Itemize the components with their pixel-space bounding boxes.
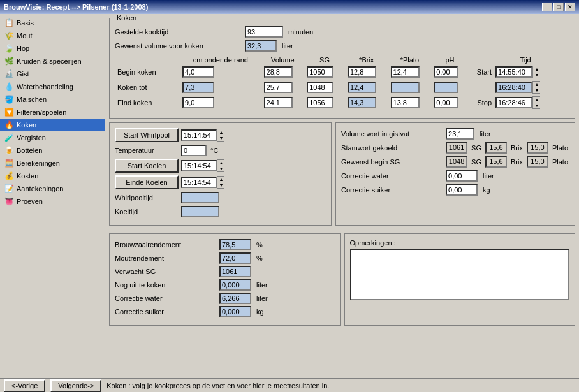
einde-time-spinner[interactable]: ▲ ▼ (217, 176, 224, 189)
mout-input[interactable] (219, 252, 251, 264)
sidebar-label-water: Waterbehandeling (17, 83, 73, 91)
minimize-button[interactable]: _ (542, 3, 552, 11)
whirlpooltijd-input[interactable] (181, 192, 219, 203)
plato-input-2[interactable] (391, 97, 420, 108)
ph-input-2[interactable] (434, 97, 458, 108)
opmerkingen-label: Opmerkingen : (350, 239, 396, 247)
spin-down-icon3: ▼ (217, 182, 225, 188)
correctie-water-g-input[interactable] (446, 170, 478, 182)
opmerkingen-textarea[interactable] (350, 249, 570, 300)
sidebar-item-kosten[interactable]: 💰 Kosten (0, 170, 105, 182)
stamwort-sg-label: SG (471, 144, 481, 152)
plato-input-0[interactable] (391, 66, 420, 78)
spin-up-time-1-icon[interactable]: ▲ (533, 82, 541, 87)
table-row: Eind koken Stop ▲ ▼ (115, 95, 569, 110)
sidebar-item-proeven[interactable]: 👅 Proeven (0, 195, 105, 208)
cm-input-2[interactable] (182, 97, 214, 108)
temp-input[interactable] (181, 145, 207, 156)
title-bar-text: BrouwVisie: Recept --> Pilsener (13-1-20… (4, 3, 148, 11)
gewenst-sg-label: Gewenst begin SG (341, 158, 443, 166)
einde-koelen-button[interactable]: Einde Koelen (115, 175, 179, 189)
sidebar-item-hop[interactable]: 🍃 Hop (0, 42, 105, 55)
sidebar-icon-hop: 🍃 (4, 43, 14, 54)
ph-input-1[interactable] (434, 82, 458, 93)
sidebar-item-mout[interactable]: 🌾 Mout (0, 29, 105, 42)
whirlpool-section: Start Whirlpool ▲ ▼ Temperatuur °C (109, 122, 332, 226)
sidebar-label-basis: Basis (17, 19, 34, 27)
start-koelen-button[interactable]: Start Koelen (115, 159, 179, 173)
time-spinner-0[interactable]: ▲ ▼ (532, 66, 540, 78)
koeltijd-input[interactable] (181, 206, 219, 217)
sidebar-item-vergisten[interactable]: 🧪 Vergisten (0, 131, 105, 144)
plato-input-1[interactable] (391, 82, 420, 93)
whirlpool-time-input[interactable] (181, 129, 217, 141)
brix-input-1[interactable] (348, 82, 376, 93)
sidebar-icon-water: 💧 (4, 82, 14, 92)
start-stop-label-2: Stop (477, 99, 492, 106)
whirlpool-time-spinner[interactable]: ▲ ▼ (217, 129, 224, 142)
sg-input-1[interactable] (307, 82, 333, 93)
close-button[interactable]: ✕ (565, 3, 575, 11)
spin-up-time-0-icon[interactable]: ▲ (533, 66, 541, 72)
spin-down-time-0-icon[interactable]: ▼ (533, 72, 541, 78)
gewenst-brix-value: 15,6 (485, 156, 507, 168)
gestelde-kooktijd-input[interactable] (245, 26, 283, 38)
time-input-1[interactable] (495, 82, 532, 93)
volume-input-0[interactable] (264, 66, 293, 78)
header-plato: *Plato (388, 55, 432, 64)
corr-suiker-r-input[interactable] (219, 306, 251, 317)
sg-input-0[interactable] (307, 66, 333, 78)
sidebar-item-gist[interactable]: 🔬 Gist (0, 68, 105, 80)
sidebar-item-filteren[interactable]: 🔽 Filteren/spoelen (0, 106, 105, 119)
start-whirlpool-button[interactable]: Start Whirlpool (115, 128, 179, 142)
spin-up-icon: ▲ (217, 129, 225, 135)
nog-uit-input[interactable] (219, 279, 251, 291)
sidebar-item-berekeningen[interactable]: 🧮 Berekeningen (0, 157, 105, 170)
table-row: Koken tot ▲ ▼ (115, 80, 569, 95)
sidebar-item-kruiden[interactable]: 🌿 Kruiden & specerijen (0, 55, 105, 68)
volume-input-2[interactable] (264, 97, 293, 108)
corr-suiker-r-unit: kg (256, 308, 264, 316)
brix-input-0[interactable] (348, 66, 376, 78)
time-spinner-1[interactable]: ▲ ▼ (532, 81, 540, 94)
spin-down-time-2-icon[interactable]: ▼ (533, 103, 541, 108)
time-spinner-2[interactable]: ▲ ▼ (532, 96, 540, 109)
sidebar-item-basis[interactable]: 📋 Basis (0, 17, 105, 29)
brouwzaal-unit: % (256, 241, 263, 249)
status-text: Koken : volg je kookproces op de voet en… (106, 382, 329, 389)
spin-up-time-2-icon[interactable]: ▲ (533, 97, 541, 103)
corr-water-r-label: Correctie water (115, 294, 217, 302)
time-input-2[interactable] (495, 97, 532, 108)
vorige-button[interactable]: <-Vorige (4, 379, 45, 392)
koelen-time-input[interactable] (181, 160, 217, 171)
sg-input-2[interactable] (307, 97, 333, 108)
brix-input-2[interactable] (348, 97, 376, 108)
cm-input-0[interactable] (182, 66, 214, 78)
cm-input-1[interactable] (182, 82, 214, 93)
maximize-button[interactable]: □ (553, 3, 564, 11)
stamwort-plato-label: Plato (552, 144, 568, 152)
sidebar-item-aantekeningen[interactable]: 📝 Aantekeningen (0, 182, 105, 195)
ph-input-0[interactable] (434, 66, 458, 78)
volume-input-1[interactable] (264, 82, 293, 93)
spin-down-time-1-icon[interactable]: ▼ (533, 87, 541, 93)
verwacht-sg-input[interactable] (219, 266, 251, 277)
gewenst-label: Gewenst volume voor koken (115, 42, 242, 50)
volume-wort-input[interactable] (446, 128, 474, 140)
koelen-time-spinner[interactable]: ▲ ▼ (217, 159, 224, 172)
brouwzaal-input[interactable] (219, 239, 251, 250)
sidebar-item-koken[interactable]: 🔥 Koken (0, 119, 105, 131)
einde-time-input[interactable] (181, 177, 217, 188)
sidebar-label-bottelen: Bottelen (17, 147, 42, 154)
corr-water-r-input[interactable] (219, 293, 251, 304)
correctie-suiker-g-input[interactable] (446, 184, 478, 196)
gewenst-sg-value: 1048 (446, 156, 467, 168)
sidebar-item-water[interactable]: 💧 Waterbehandeling (0, 80, 105, 93)
gewenst-volume-input[interactable] (245, 40, 277, 52)
corr-suiker-r-label: Correctie suiker (115, 308, 217, 316)
volgende-button[interactable]: Volgende-> (50, 379, 101, 392)
sidebar-item-maischen[interactable]: 🪣 Maischen (0, 93, 105, 106)
brouwzaal-label: Brouwzaalrendement (115, 241, 217, 249)
time-input-0[interactable] (495, 66, 532, 78)
sidebar-item-bottelen[interactable]: 🍺 Bottelen (0, 144, 105, 157)
